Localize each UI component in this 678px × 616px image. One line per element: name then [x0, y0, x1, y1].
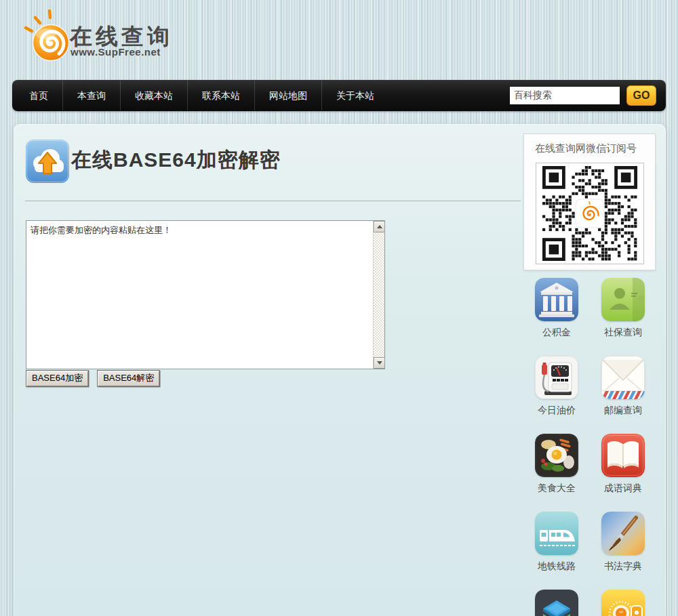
search-group: GO — [510, 85, 666, 106]
site-url: www.SupFree.net — [71, 46, 161, 58]
app-youjia[interactable]: 今日油价 — [523, 356, 590, 434]
textarea-scrollbar[interactable] — [373, 221, 384, 369]
qr-code-image — [542, 166, 637, 261]
app-ditie[interactable]: 地铁线路 — [523, 512, 590, 590]
action-buttons: BASE64加密 BASE64解密 — [26, 370, 160, 387]
wechat-qr-panel: 在线查询网微信订阅号 — [523, 134, 656, 270]
arrow-down-icon — [377, 361, 382, 365]
scroll-up-button[interactable] — [374, 221, 385, 232]
base64-input-textarea[interactable]: 请把你需要加密的内容粘贴在这里！ — [26, 221, 373, 369]
nav-item-contact[interactable]: 联系本站 — [187, 81, 254, 110]
base64-decode-button[interactable]: BASE64解密 — [97, 370, 160, 387]
app-shebao[interactable]: 社保查询 — [590, 278, 656, 356]
app-chengyu[interactable]: 成语词典 — [590, 434, 656, 512]
base64-encode-button[interactable]: BASE64加密 — [26, 370, 89, 387]
app-label: 美食大全 — [538, 483, 576, 493]
nav-item-home[interactable]: 首页 — [15, 81, 62, 110]
airmail-envelope-icon — [601, 356, 645, 399]
content-wrapper: 在线BASE64加密解密 请把你需要加密的内容粘贴在这里！ BASE64加密 B… — [14, 124, 666, 616]
site-header: 在线查询 www.SupFree.net — [0, 0, 678, 80]
qr-code-frame — [536, 163, 644, 264]
divider — [25, 201, 521, 201]
nav-item-bookmark[interactable]: 收藏本站 — [120, 81, 187, 110]
app-meishi[interactable]: 美食大全 — [523, 434, 590, 512]
person-card-icon — [601, 278, 645, 321]
main-nav: 首页 本查询 收藏本站 联系本站 网站地图 关于本站 GO — [12, 80, 666, 111]
app-label: 书法字典 — [604, 561, 642, 571]
app-label: 社保查询 — [604, 327, 642, 337]
app-shufa[interactable]: 书法字典 — [590, 512, 656, 590]
open-book-icon — [601, 434, 645, 477]
search-go-button[interactable]: GO — [626, 85, 656, 106]
app-label: 今日油价 — [538, 405, 576, 415]
coin-purse-icon — [601, 590, 645, 616]
app-label: 公积金 — [542, 327, 571, 337]
cloud-upload-icon — [26, 140, 69, 183]
nav-item-this-query[interactable]: 本查询 — [62, 81, 120, 110]
calligraphy-brush-icon — [601, 512, 645, 555]
nav-item-about[interactable]: 关于本站 — [321, 81, 388, 110]
app-label: 成语词典 — [604, 483, 642, 493]
page-title: 在线BASE64加密解密 — [71, 146, 281, 174]
bank-icon — [535, 278, 578, 321]
gas-pump-icon — [535, 356, 578, 399]
app-partial-1[interactable] — [523, 590, 590, 616]
app-label: 地铁线路 — [538, 561, 576, 571]
app-label: 邮编查询 — [604, 405, 642, 415]
app-icon-grid: 公积金 社保查询 — [523, 278, 656, 616]
base64-textarea-frame: 请把你需要加密的内容粘贴在这里！ — [26, 220, 385, 369]
layers-icon — [535, 590, 578, 616]
metro-train-icon — [535, 512, 578, 555]
qr-panel-title: 在线查询网微信订阅号 — [535, 142, 655, 155]
search-input[interactable] — [510, 87, 620, 104]
app-partial-2[interactable] — [590, 590, 656, 616]
app-youbian[interactable]: 邮编查询 — [590, 356, 656, 434]
app-gongjijin[interactable]: 公积金 — [523, 278, 590, 356]
arrow-up-icon — [377, 225, 382, 228]
nav-item-sitemap[interactable]: 网站地图 — [254, 81, 321, 110]
food-bowl-icon — [535, 434, 578, 477]
scroll-down-button[interactable] — [374, 357, 385, 369]
